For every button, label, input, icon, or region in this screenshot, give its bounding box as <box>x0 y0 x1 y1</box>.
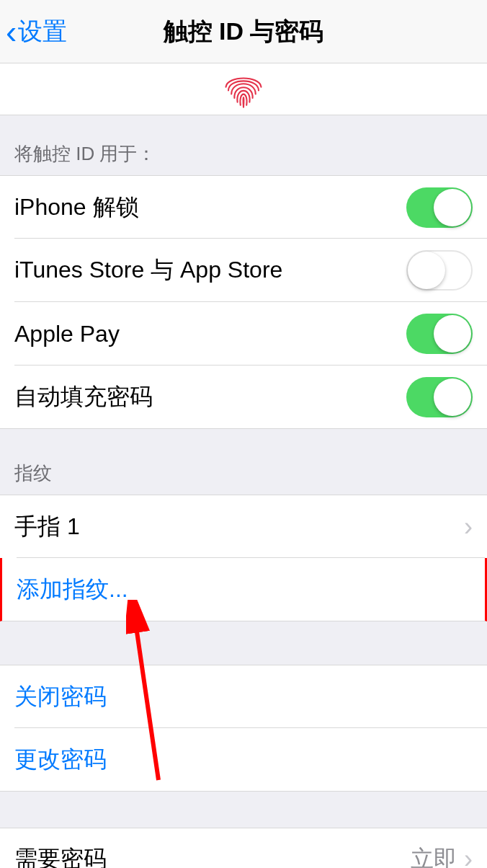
back-button[interactable]: ‹ 设置 <box>0 15 67 48</box>
cell-label: iTunes Store 与 App Store <box>14 254 406 286</box>
cell-label: 关闭密码 <box>14 681 473 713</box>
require-passcode-group: 需要密码 立即 › <box>0 828 487 868</box>
chevron-right-icon: › <box>464 844 473 868</box>
section-header-fingerprints: 指纹 <box>0 429 487 495</box>
cell-iphone-unlock: iPhone 解锁 <box>0 175 487 239</box>
cell-label: iPhone 解锁 <box>14 192 406 223</box>
cell-label: 自动填充密码 <box>14 381 406 413</box>
page-title: 触控 ID 与密码 <box>164 15 324 48</box>
fingerprint-icon <box>218 63 269 115</box>
toggle-autofill-password[interactable] <box>406 377 473 417</box>
cell-label: 需要密码 <box>14 843 411 868</box>
nav-bar: ‹ 设置 触控 ID 与密码 <box>0 0 487 63</box>
toggle-itunes-appstore[interactable] <box>406 250 473 291</box>
cell-itunes-appstore: iTunes Store 与 App Store <box>0 239 487 302</box>
cell-change-passcode[interactable]: 更改密码 <box>0 728 487 792</box>
chevron-left-icon: ‹ <box>6 15 17 48</box>
cell-value: 立即 <box>411 843 457 868</box>
cell-label: Apple Pay <box>14 321 406 347</box>
passcode-group: 关闭密码 更改密码 <box>0 665 487 792</box>
toggle-apple-pay[interactable] <box>406 314 473 354</box>
use-touchid-group: iPhone 解锁 iTunes Store 与 App Store Apple… <box>0 175 487 429</box>
chevron-right-icon: › <box>464 512 473 542</box>
cell-require-passcode[interactable]: 需要密码 立即 › <box>0 828 487 868</box>
back-label: 设置 <box>18 15 67 48</box>
cell-label: 手指 1 <box>14 511 464 543</box>
cell-apple-pay: Apple Pay <box>0 302 487 366</box>
cell-turn-off-passcode[interactable]: 关闭密码 <box>0 665 487 728</box>
cell-label: 更改密码 <box>14 744 473 776</box>
cell-add-fingerprint[interactable]: 添加指纹... <box>0 558 487 621</box>
cell-label: 添加指纹... <box>17 574 470 606</box>
section-header-use-touchid: 将触控 ID 用于： <box>0 115 487 175</box>
cell-finger-1[interactable]: 手指 1 › <box>0 495 487 558</box>
cell-autofill-password: 自动填充密码 <box>0 366 487 429</box>
fingerprint-hero <box>0 63 487 115</box>
fingerprints-group: 手指 1 › 添加指纹... <box>0 495 487 621</box>
toggle-iphone-unlock[interactable] <box>406 187 473 228</box>
